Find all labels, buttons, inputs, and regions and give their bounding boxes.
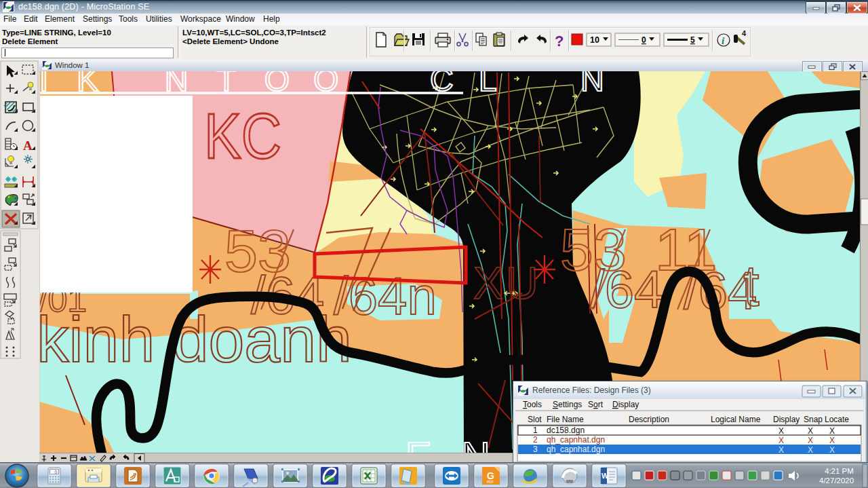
svg-text:X: X: [778, 426, 784, 436]
svg-text:dc158.dgn: dc158.dgn: [547, 426, 585, 435]
svg-text:i: i: [722, 35, 725, 46]
svg-text:Description: Description: [629, 415, 669, 424]
svg-text:5: 5: [690, 35, 695, 45]
svg-text:L: L: [479, 71, 497, 98]
svg-text:X: X: [829, 445, 835, 455]
svg-text:Slot: Slot: [528, 415, 542, 424]
svg-text:4:21 PM: 4:21 PM: [825, 467, 854, 475]
svg-text:EN: EN: [406, 434, 520, 453]
svg-text:X: X: [778, 445, 784, 455]
svg-text:Logical Name: Logical Name: [711, 415, 761, 424]
svg-text:3: 3: [533, 445, 538, 454]
svg-text:File Name: File Name: [547, 415, 584, 424]
svg-text:W: W: [601, 472, 609, 480]
svg-text:X: X: [808, 436, 813, 445]
svg-text:1: 1: [533, 426, 538, 435]
svg-text:KC: KC: [204, 100, 281, 172]
svg-text:Settings: Settings: [553, 400, 582, 409]
svg-text:Locate: Locate: [825, 415, 849, 424]
svg-text:PDF: PDF: [487, 480, 494, 484]
svg-text:XU: XU: [473, 258, 541, 308]
svg-text:A: A: [23, 138, 33, 153]
svg-text:Snap: Snap: [804, 415, 823, 424]
svg-text:N: N: [580, 71, 604, 98]
svg-text:qh_capnhat.dgn: qh_capnhat.dgn: [547, 435, 605, 445]
svg-text:Sort: Sort: [588, 400, 604, 409]
svg-text:2: 2: [533, 435, 538, 445]
svg-text:0: 0: [642, 35, 646, 45]
svg-text:10: 10: [590, 35, 599, 45]
svg-text:qh_capnhat.dgn: qh_capnhat.dgn: [547, 445, 605, 454]
svg-text:X: X: [808, 426, 813, 436]
svg-text:4/27/2020: 4/27/2020: [819, 476, 854, 485]
svg-text:t: t: [743, 253, 760, 318]
svg-text:X: X: [829, 426, 835, 436]
svg-text:?: ?: [555, 33, 564, 50]
svg-text:Tools: Tools: [523, 400, 542, 409]
svg-text:X: X: [778, 436, 784, 445]
svg-text:Display: Display: [773, 415, 800, 424]
svg-text:0: 0: [55, 470, 58, 474]
svg-text:Display: Display: [612, 400, 639, 409]
svg-text:Reference Files: Design Files: Reference Files: Design Files (3): [532, 386, 651, 395]
svg-text:X: X: [829, 436, 835, 445]
svg-text:4: 4: [742, 29, 747, 37]
svg-text:X: X: [808, 445, 813, 455]
svg-text:/64: /64: [590, 259, 663, 319]
